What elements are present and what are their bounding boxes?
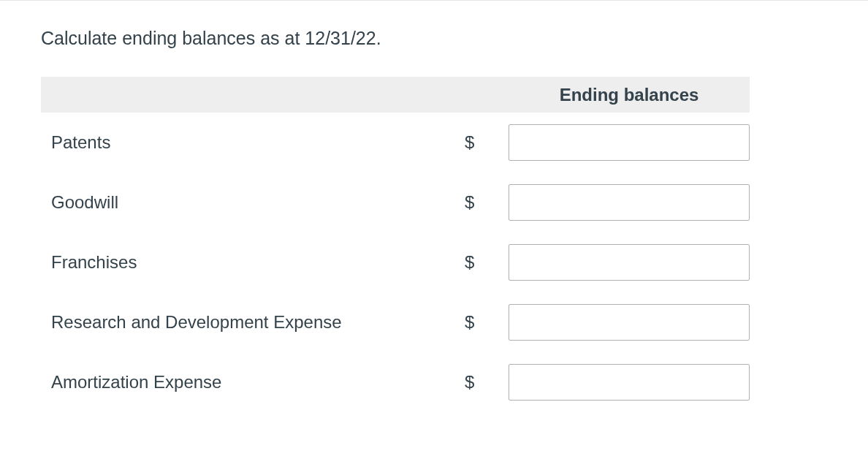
question-content: Calculate ending balances as at 12/31/22… (0, 4, 868, 412)
row-label-franchises: Franchises (41, 252, 447, 273)
table-row: Research and Development Expense $ (41, 292, 750, 352)
currency-symbol: $ (447, 372, 509, 392)
input-cell (509, 184, 750, 221)
table-row: Franchises $ (41, 232, 750, 292)
table-header-blank (41, 77, 509, 113)
rd-expense-input[interactable] (509, 304, 750, 341)
input-cell (509, 124, 750, 161)
patents-input[interactable] (509, 124, 750, 161)
table-row: Patents $ (41, 113, 750, 172)
row-label-amortization: Amortization Expense (41, 372, 447, 392)
instruction-text: Calculate ending balances as at 12/31/22… (41, 28, 827, 49)
table-header-row: Ending balances (41, 77, 750, 113)
currency-symbol: $ (447, 252, 509, 273)
row-label-patents: Patents (41, 132, 447, 153)
input-cell (509, 244, 750, 281)
table-row: Amortization Expense $ (41, 352, 750, 412)
balances-table: Ending balances Patents $ Goodwill $ Fra… (41, 77, 750, 412)
input-cell (509, 304, 750, 341)
currency-symbol: $ (447, 312, 509, 333)
goodwill-input[interactable] (509, 184, 750, 221)
row-label-rd-expense: Research and Development Expense (41, 312, 447, 333)
input-cell (509, 364, 750, 401)
franchises-input[interactable] (509, 244, 750, 281)
currency-symbol: $ (447, 132, 509, 153)
currency-symbol: $ (447, 192, 509, 213)
table-header-ending-balances: Ending balances (509, 77, 750, 113)
table-row: Goodwill $ (41, 172, 750, 232)
row-label-goodwill: Goodwill (41, 192, 447, 213)
amortization-input[interactable] (509, 364, 750, 401)
